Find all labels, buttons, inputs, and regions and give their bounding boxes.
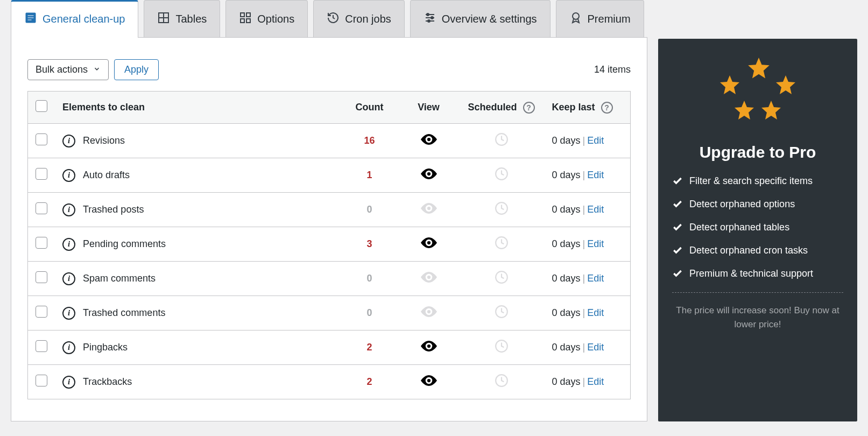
edit-link[interactable]: Edit (587, 273, 604, 284)
svg-point-24 (427, 241, 430, 244)
svg-point-20 (427, 172, 430, 175)
keep-days: 0 days (552, 273, 581, 284)
edit-link[interactable]: Edit (587, 170, 604, 180)
element-name: Pingbacks (83, 342, 128, 353)
eye-icon[interactable] (421, 341, 437, 351)
tab-overview-settings[interactable]: Overview & settings (410, 0, 551, 38)
clock-icon (495, 305, 509, 319)
keep-days: 0 days (552, 238, 581, 249)
element-name: Trashed posts (83, 204, 144, 215)
eye-icon (421, 272, 437, 283)
table-row: iAuto drafts10 days|Edit (28, 158, 631, 193)
edit-link[interactable]: Edit (587, 342, 604, 353)
award-badge-icon (569, 11, 582, 27)
row-checkbox[interactable] (36, 133, 47, 145)
options-grid-icon (239, 11, 252, 27)
keep-days: 0 days (552, 342, 581, 353)
table-row: iPingbacks20 days|Edit (28, 330, 631, 365)
edit-link[interactable]: Edit (587, 376, 604, 387)
row-checkbox[interactable] (36, 168, 47, 180)
tab-label: Options (257, 13, 294, 25)
apply-button[interactable]: Apply (114, 59, 159, 80)
bulk-actions-select[interactable]: Bulk actions (27, 59, 109, 80)
table-grid-icon (157, 11, 170, 27)
info-icon[interactable]: i (62, 135, 75, 147)
edit-link[interactable]: Edit (587, 135, 604, 146)
svg-point-28 (427, 310, 430, 313)
tab-label: Tables (175, 13, 207, 25)
row-checkbox[interactable] (36, 340, 47, 352)
svg-rect-9 (241, 19, 244, 23)
bulk-actions-label: Bulk actions (36, 64, 88, 75)
sliders-icon (424, 11, 436, 27)
element-name: Trashed comments (83, 307, 165, 319)
info-icon[interactable]: i (62, 272, 75, 285)
table-row: iSpam comments00 days|Edit (28, 262, 631, 296)
element-name: Spam comments (83, 273, 156, 284)
feature-text: Detect orphaned tables (689, 222, 789, 233)
keep-days: 0 days (552, 135, 581, 146)
edit-link[interactable]: Edit (587, 204, 604, 215)
row-checkbox[interactable] (36, 306, 47, 318)
upgrade-sidebar: Upgrade to Pro Filter & search specific … (658, 39, 857, 421)
tab-premium[interactable]: Premium (556, 0, 644, 38)
col-count: Count (340, 92, 399, 124)
help-icon[interactable]: ? (601, 102, 613, 114)
info-icon[interactable]: i (62, 376, 75, 389)
info-icon[interactable]: i (62, 341, 75, 354)
eye-icon[interactable] (421, 237, 437, 248)
svg-point-14 (427, 13, 429, 16)
select-all-checkbox[interactable] (36, 100, 47, 112)
help-icon[interactable]: ? (523, 102, 535, 114)
tab-options[interactable]: Options (225, 0, 308, 38)
cleanup-table: Elements to clean Count View Scheduled ?… (27, 91, 631, 399)
feature-item: Filter & search specific items (672, 175, 843, 189)
upgrade-note: The price will increase soon! Buy now at… (672, 304, 843, 331)
row-checkbox[interactable] (36, 237, 47, 249)
edit-link[interactable]: Edit (587, 238, 604, 249)
eye-icon (421, 306, 437, 317)
items-count-label: 14 items (594, 64, 631, 75)
info-icon[interactable]: i (62, 169, 75, 182)
element-name: Auto drafts (83, 170, 130, 181)
edit-link[interactable]: Edit (587, 307, 604, 318)
stars-cluster-icon (672, 55, 843, 132)
table-row: iTrashed comments00 days|Edit (28, 296, 631, 330)
tab-label: Cron jobs (345, 13, 391, 25)
row-checkbox[interactable] (36, 202, 47, 214)
row-checkbox[interactable] (36, 375, 47, 386)
keep-days: 0 days (552, 204, 581, 215)
eye-icon[interactable] (421, 134, 437, 145)
col-elements: Elements to clean (55, 92, 340, 124)
svg-point-32 (427, 379, 430, 382)
feature-item: Premium & technical support (672, 268, 843, 282)
count-value: 0 (366, 307, 372, 318)
tab-tables[interactable]: Tables (144, 0, 220, 38)
svg-rect-7 (241, 13, 244, 17)
element-name: Pending comments (83, 238, 166, 250)
tab-label: Overview & settings (442, 13, 537, 25)
row-checkbox[interactable] (36, 271, 47, 283)
eye-icon[interactable] (421, 375, 437, 386)
chevron-down-icon (93, 64, 101, 75)
svg-point-22 (427, 207, 430, 210)
eye-icon[interactable] (421, 168, 437, 179)
info-icon[interactable]: i (62, 307, 75, 320)
tab-cron-jobs[interactable]: Cron jobs (313, 0, 405, 38)
col-scheduled: Scheduled ? (458, 92, 545, 124)
info-icon[interactable]: i (62, 238, 75, 251)
svg-point-15 (431, 17, 433, 19)
count-value: 16 (364, 135, 375, 146)
feature-text: Detect orphaned cron tasks (689, 245, 808, 256)
element-name: Trackbacks (83, 376, 132, 388)
table-row: iRevisions160 days|Edit (28, 124, 631, 158)
feature-text: Premium & technical support (689, 268, 813, 279)
info-icon[interactable]: i (62, 203, 75, 216)
tab-label: Premium (588, 13, 631, 25)
tab-general-cleanup[interactable]: General clean-up (11, 0, 138, 38)
tab-label: General clean-up (43, 13, 125, 25)
count-value: 0 (366, 273, 372, 284)
svg-rect-2 (27, 17, 34, 18)
keep-days: 0 days (552, 376, 581, 387)
col-keeplast: Keep last ? (545, 92, 631, 124)
